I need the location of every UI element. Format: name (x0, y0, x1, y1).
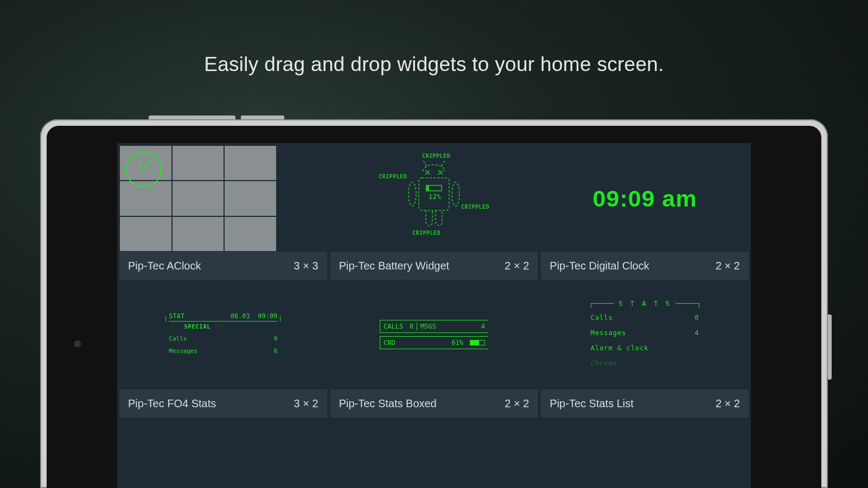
widget-size: 2 × 2 (716, 260, 740, 272)
stats-list-preview: S T A T S Calls0 Messages4 Alarm & clock… (591, 299, 699, 375)
widget-picker-screen: Pip-Tec AClock 3 × 3 (117, 143, 751, 488)
row-value: 0 (694, 314, 699, 322)
row-label: Messages (591, 329, 627, 337)
stats-header: S T A T S (614, 299, 675, 307)
widget-tile-aclock[interactable]: Pip-Tec AClock 3 × 3 (119, 145, 327, 280)
row-label: Calls (169, 335, 187, 342)
widget-tile-digital-clock[interactable]: 09:09 am Pip-Tec Digital Clock 2 × 2 (541, 145, 749, 280)
stat-date: 08.03 (231, 312, 250, 320)
svg-point-1 (409, 182, 416, 206)
widget-name: Pip-Tec Digital Clock (550, 260, 649, 272)
tablet-button-notch (149, 115, 235, 119)
widget-tile-battery[interactable]: CRIPPLED CRIPPLED CRIPPLED CRIPPLED 12% … (330, 145, 538, 280)
calls-label: CALLS (384, 323, 403, 330)
battery-android-icon: CRIPPLED CRIPPLED CRIPPLED CRIPPLED 12% (374, 150, 494, 247)
cnd-bar-icon (470, 340, 485, 345)
row-label: Calls (591, 314, 613, 322)
widget-name: Pip-Tec Battery Widget (339, 260, 449, 272)
svg-line-4 (442, 160, 445, 166)
tab-us: US (169, 324, 176, 330)
tablet-bezel: Pip-Tec AClock 3 × 3 (47, 126, 821, 488)
widget-tile-stats-boxed[interactable]: CALLS 0 MSGS 4 CND 61% (330, 283, 538, 418)
widget-size: 3 × 2 (294, 397, 318, 410)
digital-clock-icon: 09:09 am (593, 185, 697, 212)
cnd-label: CND (384, 339, 395, 346)
msgs-value: 4 (481, 323, 485, 330)
widget-tile-fo4-stats[interactable]: STAT 08.03 09:09 US SPECIAL PE Calls0 Me… (119, 283, 327, 418)
row-value: 4 (694, 329, 699, 337)
svg-point-2 (452, 182, 459, 206)
stats-boxed-preview: CALLS 0 MSGS 4 CND 61% (380, 320, 488, 352)
fo4-stats-preview: STAT 08.03 09:09 US SPECIAL PE Calls0 Me… (169, 312, 277, 360)
analog-clock-icon (126, 152, 162, 188)
msgs-label: MSGS (420, 323, 436, 330)
row-value: 6 (274, 348, 278, 355)
widget-name: Pip-Tec FO4 Stats (128, 397, 216, 410)
tab-special: SPECIAL (184, 324, 210, 330)
crippled-label: CRIPPLED (461, 204, 489, 210)
promo-headline: Easily drag and drop widgets to your hom… (0, 53, 868, 76)
tablet-device-frame: Pip-Tec AClock 3 × 3 (40, 119, 828, 488)
stat-label: STAT (169, 312, 184, 320)
svg-line-3 (423, 160, 426, 166)
widget-size: 2 × 2 (716, 397, 740, 410)
stat-time: 09:09 (258, 312, 277, 320)
cnd-value: 61% (451, 339, 463, 346)
widget-size: 2 × 2 (505, 260, 529, 272)
widget-name: Pip-Tec AClock (128, 260, 201, 272)
svg-rect-10 (426, 185, 429, 191)
tablet-camera-icon (74, 340, 81, 348)
row-label: Messages (169, 348, 197, 355)
row-label: Alarm & clock (591, 344, 649, 352)
widget-size: 2 × 2 (505, 397, 529, 410)
calls-value: 0 (406, 323, 417, 330)
row-label: Chrome (591, 359, 617, 367)
widget-size: 3 × 3 (294, 260, 318, 272)
crippled-label: CRIPPLED (379, 174, 407, 179)
crippled-label: CRIPPLED (412, 230, 441, 236)
battery-percent: 12% (429, 193, 441, 201)
tab-pe: PE (219, 324, 226, 330)
tablet-button-notch (241, 115, 284, 119)
widget-tile-stats-list[interactable]: S T A T S Calls0 Messages4 Alarm & clock… (541, 283, 749, 418)
widget-name: Pip-Tec Stats Boxed (339, 397, 437, 410)
crippled-label: CRIPPLED (422, 153, 450, 159)
widget-name: Pip-Tec Stats List (550, 397, 634, 410)
tablet-volume-notch (828, 314, 832, 380)
row-value: 0 (274, 335, 278, 342)
